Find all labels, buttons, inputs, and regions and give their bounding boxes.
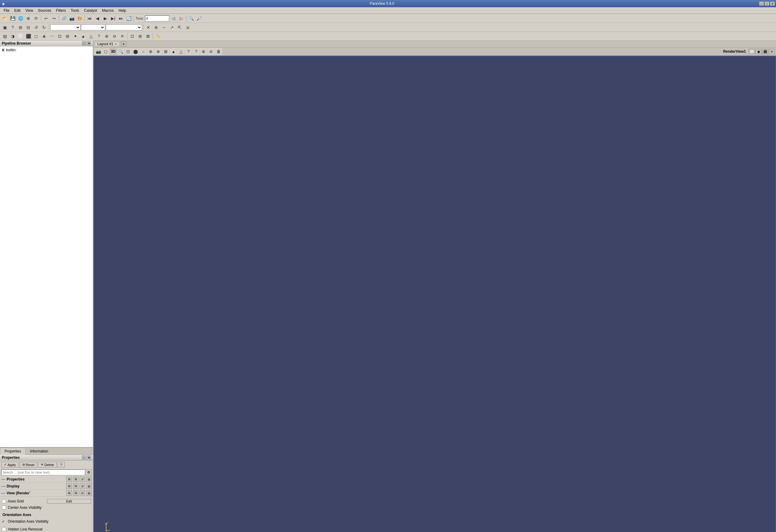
menu-help[interactable]: Help bbox=[116, 8, 129, 13]
tb3-select-points[interactable]: ⊡ bbox=[129, 32, 136, 40]
last-frame-button[interactable]: ⏭ bbox=[117, 15, 125, 22]
view-surface-btn[interactable]: ◻ bbox=[102, 48, 110, 55]
refresh-button[interactable]: ⟳ bbox=[33, 15, 40, 22]
properties-section-copy1[interactable]: ⧉ bbox=[66, 477, 72, 482]
view-orient-btn[interactable]: ○ bbox=[140, 48, 147, 55]
array-combo[interactable] bbox=[106, 24, 142, 30]
representation-combo[interactable] bbox=[50, 24, 80, 30]
view-remove-btn[interactable]: ⊖ bbox=[207, 48, 215, 55]
maximize-button[interactable]: □ bbox=[765, 2, 769, 6]
view-info-btn[interactable]: ? bbox=[192, 48, 200, 55]
view-zoom-btn[interactable]: 🔍 bbox=[117, 48, 124, 55]
search-input[interactable] bbox=[1, 469, 85, 475]
undo-button[interactable]: ↩ bbox=[42, 15, 50, 22]
colorby-combo[interactable] bbox=[81, 24, 105, 30]
reset-button[interactable]: ⊘ Reset bbox=[20, 462, 37, 468]
tb3-btn14[interactable]: ⊕ bbox=[103, 32, 110, 40]
menu-macros[interactable]: Macros bbox=[100, 8, 116, 13]
pipeline-browser-float-button[interactable]: □ bbox=[82, 41, 86, 45]
close-button[interactable]: ✕ bbox=[770, 2, 775, 6]
minimize-button[interactable]: — bbox=[759, 2, 764, 6]
menu-tools[interactable]: Tools bbox=[68, 8, 82, 13]
add-layout-button[interactable]: + bbox=[121, 41, 126, 47]
view-section-copy2[interactable]: ⧉ bbox=[73, 490, 78, 496]
view-fit-btn[interactable]: ⊡ bbox=[125, 48, 132, 55]
view-pick-btn[interactable]: ⊠ bbox=[162, 48, 169, 55]
tb3-btn2[interactable]: ◑ bbox=[9, 32, 16, 40]
tb3-btn3[interactable]: ⬜ bbox=[17, 32, 24, 40]
tb2-pan-btn[interactable]: ⇲ bbox=[184, 24, 191, 31]
view-query-btn[interactable]: ? bbox=[185, 48, 192, 55]
menu-sources[interactable]: Sources bbox=[36, 8, 54, 13]
tb2-select-btn[interactable]: ✕ bbox=[145, 24, 152, 31]
maximize-view-button[interactable]: ⬛ bbox=[762, 49, 768, 54]
menu-edit[interactable]: Edit bbox=[12, 8, 23, 13]
display-section-pin[interactable]: ⊞ bbox=[86, 484, 91, 489]
properties-float-button[interactable]: □ bbox=[82, 456, 86, 460]
tb3-show-hide[interactable]: ⊠ bbox=[144, 32, 152, 40]
view-add-btn[interactable]: ⊕ bbox=[200, 48, 207, 55]
view-delete-btn[interactable]: 🗑 bbox=[215, 48, 222, 55]
tb3-btn8[interactable]: ⊡ bbox=[56, 32, 63, 40]
view-camera-btn[interactable]: 📷 bbox=[95, 48, 102, 55]
search-settings-button[interactable]: ⚙ bbox=[85, 469, 91, 475]
split-v-button[interactable]: ▣ bbox=[756, 49, 762, 54]
tb2-interact-btn[interactable]: ⊕ bbox=[153, 24, 160, 31]
view-select-btn[interactable]: ⊕ bbox=[155, 48, 162, 55]
open-file-button[interactable]: 📂 bbox=[1, 15, 8, 22]
view-split-btn[interactable]: ⊕ bbox=[147, 48, 154, 55]
view-point-btn[interactable]: ▲ bbox=[170, 48, 177, 55]
connect-button[interactable]: 🌐 bbox=[17, 15, 24, 22]
tb2-move-btn[interactable]: ↔ bbox=[160, 24, 168, 31]
axes-grid-edit-button[interactable]: Edit bbox=[47, 499, 91, 504]
layout-tab-1[interactable]: Layout #1 ✕ bbox=[95, 41, 120, 47]
tb3-btn9[interactable]: ⊞ bbox=[64, 32, 71, 40]
next-frame-button[interactable]: ▶| bbox=[110, 15, 117, 22]
properties-section-refresh[interactable]: ↺ bbox=[79, 477, 85, 482]
display-section-refresh[interactable]: ↺ bbox=[79, 484, 85, 489]
help-button[interactable]: ? bbox=[57, 462, 65, 468]
pipeline-browser-close-button[interactable]: ✕ bbox=[87, 41, 91, 45]
center-axes-checkbox[interactable] bbox=[2, 506, 6, 510]
view-section-refresh[interactable]: ↺ bbox=[79, 490, 85, 496]
tab-properties[interactable]: Properties bbox=[0, 448, 26, 455]
display-section-copy2[interactable]: ⧉ bbox=[73, 484, 78, 489]
properties-section-pin[interactable]: ⊞ bbox=[86, 477, 91, 482]
properties-section-copy2[interactable]: ⧉ bbox=[73, 477, 78, 482]
axes-grid-checkbox[interactable] bbox=[2, 499, 6, 503]
tb2-btn4[interactable]: ⊟ bbox=[25, 24, 32, 31]
tb2-zoom-btn[interactable]: ⇱ bbox=[176, 24, 183, 31]
menu-file[interactable]: File bbox=[1, 8, 12, 13]
tab-information[interactable]: Information bbox=[26, 448, 53, 455]
view-section-copy1[interactable]: ⧉ bbox=[66, 490, 72, 496]
tb3-btn5[interactable]: ◻ bbox=[33, 32, 40, 40]
first-frame-button[interactable]: ⏮ bbox=[86, 15, 93, 22]
tb2-btn1[interactable]: ▣ bbox=[1, 24, 8, 31]
tb2-btn6[interactable]: ↻ bbox=[40, 24, 48, 31]
play-button[interactable]: ▶ bbox=[102, 15, 109, 22]
zoom-out-button[interactable]: 🔎 bbox=[195, 15, 203, 22]
render-area[interactable]: Y bbox=[93, 56, 776, 532]
tb3-btn6[interactable]: ◈ bbox=[40, 32, 48, 40]
tb3-btn7[interactable]: ⋯ bbox=[48, 32, 55, 40]
tb3-pick-btn[interactable]: ⊞ bbox=[137, 32, 144, 40]
menu-filters[interactable]: Filters bbox=[54, 8, 68, 13]
tb3-btn1[interactable]: ▤ bbox=[1, 32, 8, 40]
save-button[interactable]: 💾 bbox=[9, 15, 16, 22]
tb2-btn2[interactable]: ? bbox=[9, 24, 16, 31]
tb3-btn16[interactable]: ✕ bbox=[119, 32, 126, 40]
tb3-btn12[interactable]: △ bbox=[87, 32, 95, 40]
time-next-button[interactable]: ▷ bbox=[178, 15, 185, 22]
view-link-btn[interactable]: ⬤ bbox=[132, 48, 139, 55]
zoom-in-button[interactable]: 🔍 bbox=[188, 15, 195, 22]
tb2-btn5[interactable]: ↺ bbox=[33, 24, 40, 31]
time-input[interactable] bbox=[145, 15, 169, 21]
tb2-rotate-btn[interactable]: ↗ bbox=[168, 24, 175, 31]
tb3-btn10[interactable]: ✦ bbox=[72, 32, 79, 40]
tb3-btn15[interactable]: ⊖ bbox=[111, 32, 118, 40]
capture-button[interactable]: 📷 bbox=[68, 15, 75, 22]
tb3-btn4[interactable]: ⬛ bbox=[25, 32, 32, 40]
disconnect-button[interactable]: ⊗ bbox=[25, 15, 32, 22]
close-view-button[interactable]: ✕ bbox=[769, 49, 775, 54]
properties-close-button[interactable]: ✕ bbox=[87, 456, 91, 460]
